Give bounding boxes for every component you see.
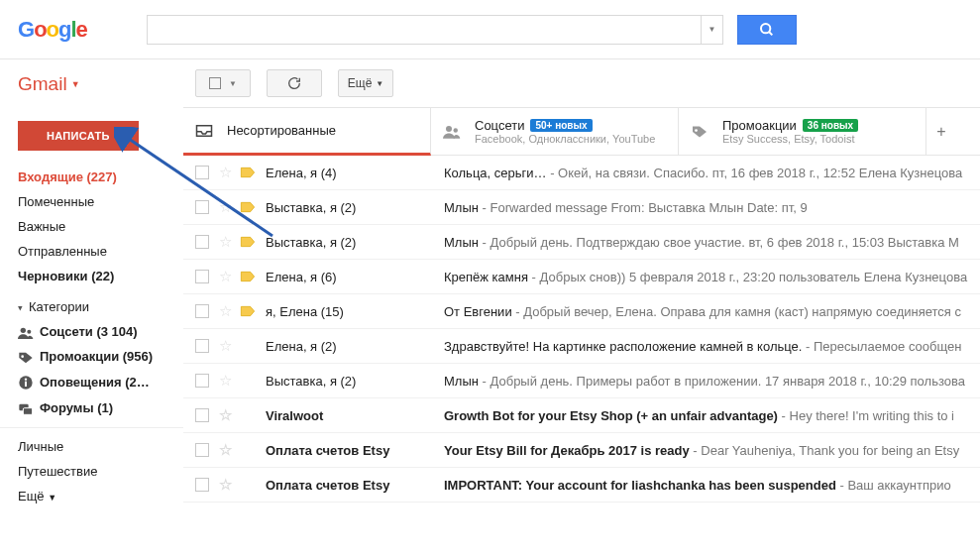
sidebar-updates[interactable]: Оповещения (2… [0, 370, 183, 396]
sidebar-social[interactable]: Соцсети (3 104) [0, 319, 183, 344]
select-all-button[interactable]: ▼ [195, 69, 251, 97]
row-checkbox[interactable] [195, 304, 209, 318]
caret-down-icon: ▼ [229, 79, 237, 88]
tab-promotions[interactable]: Промоакции36 новых Etsy Success, Etsy, T… [679, 108, 926, 155]
badge: 36 новых [803, 119, 858, 132]
gmail-label[interactable]: Gmail▼ [0, 71, 183, 101]
tab-label: Промоакции36 новых [722, 118, 858, 133]
inbox-icon [195, 124, 215, 138]
svg-rect-9 [23, 407, 32, 414]
mail-from: Viralwoot [266, 408, 444, 423]
star-icon[interactable]: ☆ [219, 233, 232, 251]
star-icon[interactable]: ☆ [219, 302, 232, 320]
sidebar-more[interactable]: Ещё ▼ [0, 484, 183, 508]
forum-icon [18, 402, 34, 416]
label-icon [240, 305, 256, 317]
mail-from: Елена, я (6) [266, 270, 444, 284]
mail-from: Выставка, я (2) [266, 374, 444, 389]
row-checkbox[interactable] [195, 443, 209, 457]
sidebar-important[interactable]: Важные [0, 214, 183, 239]
mail-subject: IMPORTANT: Your account for liashchanka … [444, 478, 980, 493]
compose-button[interactable]: НАПИСАТЬ [18, 121, 139, 151]
row-checkbox[interactable] [195, 166, 209, 179]
toolbar: ▼ Ещё▼ [183, 59, 980, 107]
row-checkbox[interactable] [195, 374, 209, 388]
mail-row[interactable]: ☆Елена, я (4)Кольца, серьги… - Окей, на … [183, 156, 980, 190]
sidebar-inbox[interactable]: Входящие (227) [0, 165, 183, 189]
row-checkbox[interactable] [195, 235, 209, 249]
label-icon [240, 236, 256, 248]
row-checkbox[interactable] [195, 200, 209, 214]
header: Google ▼ [0, 0, 980, 59]
sidebar-starred[interactable]: Помеченные [0, 189, 183, 214]
star-icon[interactable]: ☆ [219, 372, 232, 390]
mail-row[interactable]: ☆Елена, я (6)Крепёж камня - Добрых снов)… [183, 260, 980, 294]
mail-row[interactable]: ☆Оплата счетов EtsyYour Etsy Bill for Де… [183, 433, 980, 468]
star-icon[interactable]: ☆ [219, 164, 232, 181]
mail-subject: Кольца, серьги… - Окей, на связи. Спасиб… [444, 166, 980, 180]
tab-subtitle: Facebook, Одноклассники, YouTube [475, 133, 655, 145]
sidebar-forums[interactable]: Форумы (1) [0, 395, 183, 421]
google-logo[interactable]: Google [18, 17, 87, 43]
star-icon[interactable]: ☆ [219, 268, 232, 285]
search-options-dropdown[interactable]: ▼ [702, 15, 723, 45]
mail-subject: Здравствуйте! На картинке расположение к… [444, 339, 980, 354]
mail-from: Выставка, я (2) [266, 200, 444, 215]
tab-primary[interactable]: Несортированные [183, 108, 431, 156]
tab-social[interactable]: Соцсети50+ новых Facebook, Одноклассники… [431, 108, 679, 155]
row-checkbox[interactable] [195, 339, 209, 353]
mail-from: Оплата счетов Etsy [266, 443, 444, 458]
sidebar-travel[interactable]: Путешествие [0, 459, 183, 484]
mail-subject: Млын - Forwarded message From: Выставка … [444, 200, 980, 215]
add-tab-button[interactable]: + [926, 108, 956, 155]
sidebar: Gmail▼ НАПИСАТЬ Входящие (227) Помеченны… [0, 59, 183, 508]
mail-row[interactable]: ☆Елена, я (2)Здравствуйте! На картинке р… [183, 329, 980, 364]
mail-row[interactable]: ☆я, Елена (15)От Евгении - Добрый вечер,… [183, 294, 980, 329]
svg-point-12 [695, 129, 698, 132]
mail-row[interactable]: ☆Выставка, я (2)Млын - Добрый день. Подт… [183, 225, 980, 260]
category-tabs: Несортированные Соцсети50+ новых Faceboo… [183, 107, 980, 156]
star-icon[interactable]: ☆ [219, 441, 232, 459]
checkbox-icon [209, 77, 221, 89]
sidebar-sent[interactable]: Отправленные [0, 239, 183, 264]
star-icon[interactable]: ☆ [219, 337, 232, 355]
star-icon[interactable]: ☆ [219, 406, 232, 424]
mail-from: Оплата счетов Etsy [266, 478, 444, 493]
row-checkbox[interactable] [195, 408, 209, 422]
svg-point-10 [446, 126, 452, 132]
search-input[interactable] [147, 15, 702, 45]
row-checkbox[interactable] [195, 270, 209, 283]
svg-point-11 [454, 128, 459, 133]
mail-subject: Your Etsy Bill for Декабрь 2017 is ready… [444, 443, 980, 458]
label-icon [240, 167, 256, 178]
label-icon [240, 271, 256, 282]
refresh-button[interactable] [267, 69, 322, 97]
row-checkbox[interactable] [195, 478, 209, 492]
main: ▼ Ещё▼ Несортированные Соцсети50+ новых … [183, 59, 980, 508]
star-icon[interactable]: ☆ [219, 476, 232, 494]
star-icon[interactable]: ☆ [219, 198, 232, 216]
tab-label: Соцсети50+ новых [475, 118, 655, 133]
svg-rect-6 [25, 382, 27, 387]
mail-row[interactable]: ☆Оплата счетов EtsyIMPORTANT: Your accou… [183, 468, 980, 503]
mail-subject: Млын - Добрый день. Подтверждаю свое уча… [444, 235, 980, 250]
svg-point-3 [27, 329, 31, 333]
mail-from: Елена, я (4) [266, 166, 444, 180]
search-button[interactable] [737, 15, 797, 45]
sidebar-categories-header[interactable]: Категории [0, 294, 183, 319]
sidebar-personal[interactable]: Личные [0, 434, 183, 459]
refresh-icon [286, 75, 302, 91]
mail-row[interactable]: ☆Выставка, я (2)Млын - Добрый день. Прим… [183, 364, 980, 398]
mail-list: ☆Елена, я (4)Кольца, серьги… - Окей, на … [183, 156, 980, 503]
sidebar-promotions[interactable]: Промоакции (956) [0, 344, 183, 370]
caret-down-icon: ▼ [376, 79, 383, 88]
mail-row[interactable]: ☆Выставка, я (2)Млын - Forwarded message… [183, 190, 980, 225]
tag-icon [691, 125, 710, 139]
mail-row[interactable]: ☆ViralwootGrowth Bot for your Etsy Shop … [183, 398, 980, 433]
mail-subject: Growth Bot for your Etsy Shop (+ an unfa… [444, 408, 980, 423]
more-button[interactable]: Ещё▼ [338, 69, 393, 97]
tab-subtitle: Etsy Success, Etsy, Todoist [722, 133, 858, 145]
svg-point-2 [21, 327, 26, 332]
label-icon [240, 201, 256, 213]
sidebar-drafts[interactable]: Черновики (22) [0, 264, 183, 288]
